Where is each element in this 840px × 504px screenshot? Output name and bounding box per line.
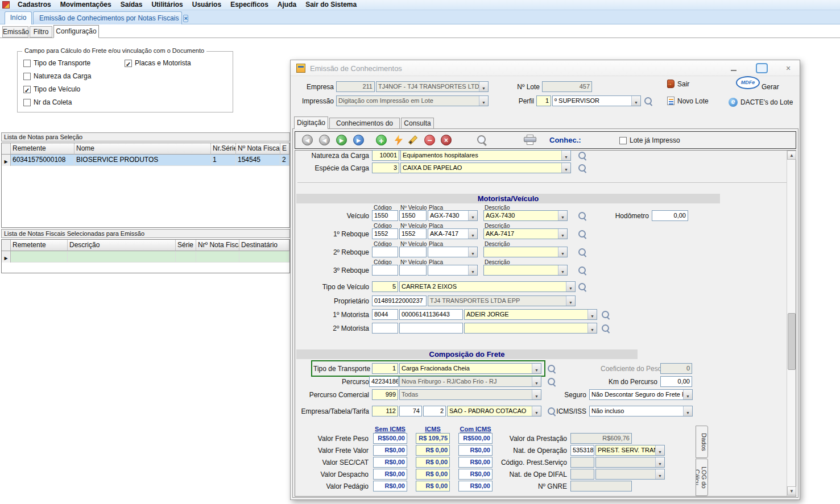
motorista2-combo[interactable] — [464, 323, 597, 334]
menu-ajuda[interactable]: Ajuda — [273, 0, 301, 10]
reboque1-numero-field[interactable]: 1552 — [399, 228, 427, 239]
frete-valor-com-field[interactable]: R$0,00 — [458, 445, 493, 456]
pedagio-com-field[interactable]: R$0,00 — [458, 481, 493, 491]
impressao-combo[interactable]: Digitação com Impressão em Lote — [336, 95, 489, 106]
side-tab-log-calculo[interactable]: LOG do Cálcu — [696, 459, 708, 496]
dropdown-arrow-icon[interactable] — [587, 323, 597, 333]
dropdown-arrow-icon[interactable] — [558, 211, 567, 220]
reboque3-lookup-icon[interactable] — [578, 266, 586, 274]
menu-movimentacoes[interactable]: Movimentações — [56, 0, 116, 10]
record-prev-button[interactable] — [319, 135, 330, 145]
empresa-combo[interactable]: TJ4NOF - TJ4 TRANSPORTES LTDA EPP — [376, 81, 489, 92]
dropdown-arrow-icon[interactable] — [558, 247, 567, 257]
checkbox-icon[interactable] — [619, 137, 627, 144]
close-tab-icon[interactable] — [183, 15, 188, 22]
scrollbar-thumb[interactable] — [788, 313, 796, 370]
mdfe-logo-icon[interactable]: MDFe — [736, 76, 760, 89]
table-row[interactable]: 60341575000108 BIOSERVICE PRODUTOS 1 154… — [2, 155, 289, 166]
empresa-code-field[interactable]: 211 — [336, 81, 375, 92]
col-serie[interactable]: Série — [176, 240, 196, 251]
dropdown-arrow-icon[interactable] — [468, 211, 477, 220]
tab-emissao[interactable]: Emissão — [2, 26, 28, 38]
frete-peso-sem-field[interactable]: R$500,00 — [373, 433, 407, 444]
tab-configuracao[interactable]: Configuração — [53, 25, 99, 38]
dropdown-arrow-icon[interactable] — [566, 296, 575, 306]
checkbox-natureza-carga[interactable]: Natureza da Carga — [23, 72, 91, 80]
dropdown-arrow-icon[interactable] — [655, 445, 664, 455]
nat-difal-combo[interactable] — [595, 469, 665, 480]
natureza-combo[interactable]: Equipamentos hospitalares — [400, 150, 571, 161]
reboque2-lookup-icon[interactable] — [578, 248, 586, 256]
menu-especificos[interactable]: Específicos — [226, 0, 273, 10]
percurso-combo[interactable]: Nova Friburgo - RJ/Cabo Frio - RJ — [399, 376, 541, 387]
search-icon[interactable] — [477, 135, 487, 145]
tab-filtro[interactable]: Filtro — [30, 26, 52, 38]
dropdown-arrow-icon[interactable] — [561, 151, 570, 160]
checkbox-placas-motorista[interactable]: Placas e Motorista — [125, 59, 191, 67]
tipo-veiculo-lookup-icon[interactable] — [578, 283, 586, 291]
dropdown-arrow-icon[interactable] — [532, 364, 541, 373]
icms-iss-combo[interactable]: Não incluso — [589, 406, 693, 416]
tipo-transporte-lookup-icon[interactable] — [548, 365, 556, 373]
tarifa-tarifa-field[interactable]: 2 — [423, 406, 446, 416]
dropdown-arrow-icon[interactable] — [468, 265, 477, 275]
pedagio-icms-field[interactable]: R$ 0,00 — [416, 481, 450, 491]
dropdown-arrow-icon[interactable] — [566, 282, 575, 291]
dropdown-arrow-icon[interactable] — [479, 82, 488, 91]
dropdown-arrow-icon[interactable] — [468, 229, 477, 239]
col-nota-fiscal[interactable]: Nº Nota Fiscal — [236, 143, 280, 155]
km-percurso-field[interactable]: 0,00 — [660, 376, 692, 387]
dropdown-arrow-icon[interactable] — [532, 377, 541, 386]
dialog-title-bar[interactable]: Emissão de Conhecimentos — [291, 60, 800, 76]
percurso-comercial-combo[interactable]: Todas — [399, 389, 541, 400]
reboque2-descricao-combo[interactable] — [483, 247, 568, 257]
col-nota-fiscal[interactable]: Nrº Nota Fiscal — [196, 240, 239, 251]
menu-cadastros[interactable]: Cadastros — [13, 0, 56, 10]
perfil-lookup-icon[interactable] — [644, 97, 652, 105]
sair-button[interactable]: Sair — [667, 80, 689, 88]
especie-combo[interactable]: CAIXA DE PAPELAO — [400, 163, 571, 173]
scrollbar-down-icon[interactable] — [787, 486, 796, 495]
record-last-button[interactable] — [353, 135, 364, 145]
motorista1-code-field[interactable]: 8044 — [372, 309, 398, 320]
gerar-label[interactable]: Gerar — [762, 83, 779, 91]
dropdown-arrow-icon[interactable] — [655, 469, 664, 479]
veiculo-numero-field[interactable]: 1550 — [399, 210, 427, 221]
frete-peso-com-field[interactable]: R$500,00 — [458, 433, 493, 444]
menu-saidas[interactable]: Saídas — [116, 0, 147, 10]
dropdown-arrow-icon[interactable] — [479, 96, 488, 106]
cod-prest-combo[interactable] — [595, 457, 665, 468]
minimize-button[interactable] — [726, 64, 741, 73]
novo-lote-button[interactable]: Novo Lote — [667, 97, 709, 105]
record-first-button[interactable] — [302, 135, 313, 145]
record-next-button[interactable] — [336, 135, 347, 145]
motorista2-lookup-icon[interactable] — [602, 324, 610, 332]
checkbox-icon[interactable] — [23, 73, 31, 80]
dropdown-arrow-icon[interactable] — [558, 229, 567, 239]
col-descricao[interactable]: Descrição — [68, 240, 176, 251]
hodometro-field[interactable]: 0,00 — [652, 210, 688, 221]
tipo-veiculo-code-field[interactable]: 5 — [372, 281, 398, 292]
tab-consulta[interactable]: Consulta — [401, 118, 434, 129]
dropdown-arrow-icon[interactable] — [587, 310, 597, 319]
nat-operacao-code-field[interactable]: 535318 — [570, 445, 594, 456]
dropdown-arrow-icon[interactable] — [631, 96, 640, 106]
motorista1-doc-field[interactable]: 00006141136443 — [399, 309, 463, 320]
col-nr-serie[interactable]: Nr.Série — [211, 143, 236, 155]
motorista2-doc-field[interactable] — [399, 323, 463, 334]
menu-usuarios[interactable]: Usuários — [188, 0, 226, 10]
menu-utilitarios[interactable]: Utilitários — [147, 0, 187, 10]
sec-cat-sem-field[interactable]: R$0,00 — [373, 457, 407, 468]
delete-record-button[interactable] — [424, 135, 435, 145]
tipo-transporte-combo[interactable]: Carga Fracionada Cheia — [399, 363, 541, 374]
checkbox-tipo-veiculo[interactable]: Tipo de Veículo — [23, 85, 80, 93]
dropdown-arrow-icon[interactable] — [561, 163, 570, 173]
checkbox-icon[interactable] — [23, 99, 31, 106]
sec-cat-icms-field[interactable]: R$ 0,00 — [416, 457, 450, 468]
checkbox-nr-coleta[interactable]: Nr da Coleta — [23, 98, 72, 106]
seguro-combo[interactable]: Não Descontar Seguro do Frete F — [589, 389, 693, 400]
reboque1-codigo-field[interactable]: 1552 — [372, 228, 398, 239]
tab-emissao-conhecimentos[interactable]: Emissão de Conhecimentos por Notas Fisca… — [33, 11, 182, 24]
despacho-sem-field[interactable]: R$0,00 — [373, 469, 407, 480]
dropdown-arrow-icon[interactable] — [532, 390, 541, 399]
